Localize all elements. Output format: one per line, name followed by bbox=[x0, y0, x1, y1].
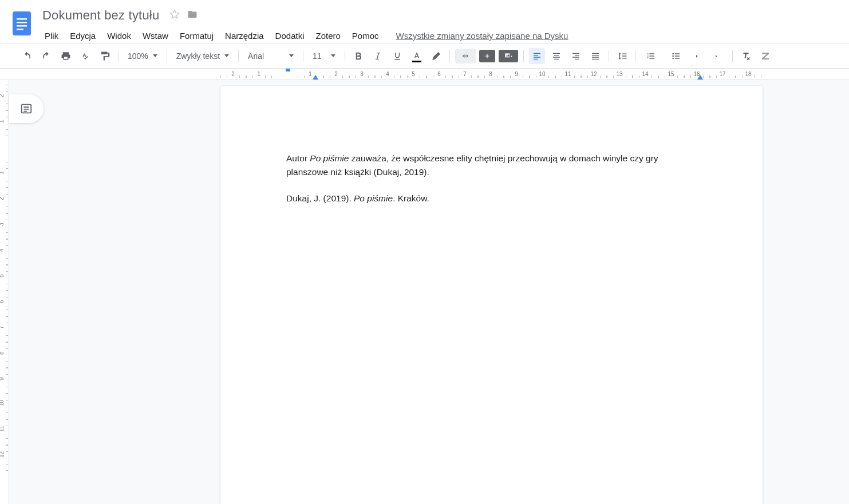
insert-link-button[interactable] bbox=[455, 49, 476, 64]
svg-point-8 bbox=[672, 57, 674, 59]
paint-format-button[interactable] bbox=[97, 48, 113, 64]
bulleted-list-button[interactable] bbox=[666, 48, 688, 64]
ruler-tick: 7 bbox=[463, 71, 467, 77]
menu-bar: Plik Edycja Widok Wstaw Formatuj Narzędz… bbox=[39, 27, 574, 44]
ruler-tick: 5 bbox=[412, 71, 415, 77]
ruler-tick: 8 bbox=[489, 71, 492, 77]
svg-rect-0 bbox=[13, 11, 31, 35]
star-icon[interactable] bbox=[169, 9, 180, 22]
spellcheck-button[interactable] bbox=[77, 48, 93, 64]
paragraph-style-dropdown[interactable]: Zwykły tekst bbox=[171, 48, 235, 64]
svg-rect-3 bbox=[17, 25, 27, 27]
save-status[interactable]: Wszystkie zmiany zostały zapisane na Dys… bbox=[390, 27, 574, 44]
menu-file[interactable]: Plik bbox=[39, 27, 64, 44]
horizontal-ruler[interactable]: 21123456789101112131415161718 bbox=[0, 69, 849, 80]
left-indent-marker[interactable] bbox=[312, 74, 319, 80]
svg-point-6 bbox=[672, 53, 674, 54]
svg-rect-9 bbox=[286, 69, 290, 72]
menu-view[interactable]: Widok bbox=[101, 27, 137, 44]
ruler-tick: 1 bbox=[0, 120, 5, 123]
paragraph[interactable]: Autor Po piśmie zauważa, że współczesne … bbox=[286, 152, 700, 179]
increase-indent-button[interactable] bbox=[711, 48, 727, 64]
docs-logo[interactable] bbox=[10, 8, 33, 39]
ruler-tick: 15 bbox=[668, 71, 674, 77]
print-button[interactable] bbox=[58, 48, 74, 64]
decrease-indent-button[interactable] bbox=[692, 48, 708, 64]
svg-marker-10 bbox=[313, 75, 318, 80]
ruler-tick: 11 bbox=[564, 71, 571, 77]
ruler-tick: 13 bbox=[616, 71, 622, 77]
ruler-tick: 4 bbox=[386, 71, 389, 77]
svg-rect-1 bbox=[17, 18, 27, 20]
svg-marker-11 bbox=[697, 75, 703, 80]
bold-button[interactable] bbox=[350, 48, 366, 64]
ruler-tick: 9 bbox=[0, 377, 5, 380]
first-line-indent-marker[interactable] bbox=[285, 69, 291, 73]
ruler-tick: 6 bbox=[437, 71, 441, 77]
redo-button[interactable] bbox=[38, 48, 54, 64]
ruler-tick: 11 bbox=[0, 426, 5, 432]
right-indent-marker[interactable] bbox=[697, 74, 704, 81]
ruler-tick: 3 bbox=[360, 71, 364, 77]
ruler-tick: 10 bbox=[539, 71, 545, 77]
text-color-button[interactable] bbox=[409, 48, 425, 64]
menu-format[interactable]: Formatuj bbox=[174, 27, 219, 44]
ruler-tick: 18 bbox=[745, 71, 751, 77]
ruler-tick: 2 bbox=[0, 94, 5, 97]
toolbar: 100% Zwykły tekst Arial 11 bbox=[0, 43, 849, 69]
svg-rect-2 bbox=[17, 22, 27, 23]
numbered-list-button[interactable] bbox=[641, 48, 663, 64]
svg-point-7 bbox=[672, 55, 674, 57]
ruler-tick: 2 bbox=[334, 71, 338, 77]
zoom-dropdown[interactable]: 100% bbox=[122, 48, 163, 64]
insert-comment-button[interactable] bbox=[479, 50, 495, 62]
menu-zotero[interactable]: Zotero bbox=[310, 27, 346, 44]
paragraph[interactable]: Dukaj, J. (2019). Po piśmie. Kraków. bbox=[286, 192, 700, 205]
font-family-dropdown[interactable]: Arial bbox=[242, 48, 299, 64]
ruler-tick: 7 bbox=[0, 326, 5, 329]
align-justify-button[interactable] bbox=[587, 48, 603, 64]
insert-image-button[interactable] bbox=[499, 50, 518, 62]
menu-edit[interactable]: Edycja bbox=[64, 27, 101, 44]
svg-rect-4 bbox=[17, 29, 23, 30]
ruler-tick: 3 bbox=[0, 223, 5, 226]
ruler-tick: 1 bbox=[0, 171, 5, 174]
folder-icon[interactable] bbox=[187, 9, 198, 22]
menu-addons[interactable]: Dodatki bbox=[270, 27, 310, 44]
ruler-tick: 8 bbox=[0, 351, 5, 355]
align-center-button[interactable] bbox=[548, 48, 564, 64]
vertical-ruler[interactable]: 21123456789101112 bbox=[0, 80, 9, 504]
highlight-color-button[interactable] bbox=[428, 48, 444, 64]
font-size-dropdown[interactable]: 11 bbox=[307, 48, 341, 64]
menu-insert[interactable]: Wstaw bbox=[137, 27, 174, 44]
ruler-tick: 2 bbox=[231, 71, 235, 77]
document-body[interactable]: Autor Po piśmie zauważa, że współczesne … bbox=[220, 86, 763, 205]
zotero-toolbar-button[interactable] bbox=[757, 48, 773, 64]
editor-area: 21123456789101112131415161718 2112345678… bbox=[0, 69, 849, 504]
app-header: Dokument bez tytułu Plik Edycja Widok Ws… bbox=[0, 0, 849, 43]
ruler-tick: 4 bbox=[0, 248, 5, 252]
menu-tools[interactable]: Narzędzia bbox=[219, 27, 270, 44]
align-right-button[interactable] bbox=[568, 48, 584, 64]
clear-formatting-button[interactable] bbox=[738, 48, 754, 64]
ruler-tick: 9 bbox=[515, 71, 518, 77]
ruler-tick: 17 bbox=[719, 71, 725, 77]
document-page[interactable]: Autor Po piśmie zauważa, że współczesne … bbox=[220, 86, 763, 504]
document-title[interactable]: Dokument bez tytułu bbox=[39, 7, 163, 24]
menu-help[interactable]: Pomoc bbox=[346, 27, 385, 44]
ruler-tick: 10 bbox=[0, 400, 5, 406]
line-spacing-button[interactable] bbox=[614, 48, 630, 64]
ruler-tick: 5 bbox=[0, 274, 5, 277]
italic-button[interactable] bbox=[370, 48, 386, 64]
ruler-tick: 1 bbox=[257, 71, 260, 77]
ruler-tick: 12 bbox=[590, 71, 597, 77]
outline-toggle-button[interactable] bbox=[9, 94, 44, 123]
underline-button[interactable] bbox=[389, 48, 405, 64]
ruler-tick: 12 bbox=[0, 451, 5, 458]
ruler-tick: 2 bbox=[0, 197, 5, 200]
undo-button[interactable] bbox=[19, 48, 35, 64]
ruler-tick: 1 bbox=[309, 71, 312, 77]
ruler-tick: 14 bbox=[642, 71, 648, 77]
ruler-tick: 6 bbox=[0, 300, 5, 303]
align-left-button[interactable] bbox=[529, 48, 545, 64]
